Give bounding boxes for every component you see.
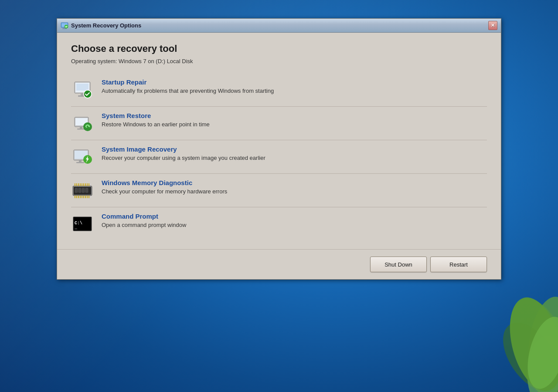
tool-item-startup-repair[interactable]: Startup Repair Automatically fix problem…: [71, 73, 487, 106]
svg-rect-45: [78, 183, 79, 186]
svg-rect-49: [85, 183, 86, 186]
svg-rect-51: [88, 183, 89, 186]
svg-rect-30: [75, 188, 78, 193]
windows-memory-diagnostic-text: Windows Memory Diagnostic Check your com…: [102, 179, 227, 195]
svg-rect-38: [82, 196, 82, 198]
svg-point-21: [83, 122, 92, 131]
shutdown-button[interactable]: Shut Down: [370, 257, 427, 272]
svg-rect-13: [76, 84, 88, 91]
command-prompt-link[interactable]: Command Prompt: [102, 213, 186, 220]
dialog-icon: [61, 22, 68, 30]
tool-item-system-restore[interactable]: System Restore Restore Windows to an ear…: [71, 107, 487, 140]
tool-item-system-image-recovery[interactable]: System Image Recovery Recover your compu…: [71, 140, 487, 173]
bottom-bar: Shut Down Restart: [57, 249, 501, 279]
system-restore-desc: Restore Windows to an earlier point in t…: [102, 121, 210, 128]
svg-rect-19: [80, 127, 82, 128]
svg-rect-37: [80, 196, 81, 198]
dialog-subtitle: Operating system: Windows 7 on (D:) Loca…: [71, 58, 487, 64]
svg-rect-40: [85, 196, 86, 198]
svg-rect-33: [85, 188, 88, 193]
command-prompt-icon: C:\ _: [71, 213, 94, 235]
startup-repair-icon: [71, 78, 94, 101]
svg-point-10: [65, 25, 68, 28]
svg-rect-9: [62, 28, 67, 29]
svg-rect-50: [87, 183, 88, 186]
windows-memory-diagnostic-link[interactable]: Windows Memory Diagnostic: [102, 179, 227, 186]
svg-rect-39: [83, 196, 84, 198]
system-image-recovery-icon: [71, 145, 94, 168]
system-image-recovery-link[interactable]: System Image Recovery: [102, 145, 265, 153]
svg-rect-26: [76, 162, 84, 163]
windows-memory-diagnostic-desc: Check your computer for memory hardware …: [102, 188, 227, 195]
title-bar: System Recovery Options ✕: [57, 19, 501, 33]
svg-rect-36: [78, 196, 79, 198]
plant-decoration: [471, 261, 558, 392]
svg-rect-32: [82, 188, 85, 193]
system-image-recovery-text: System Image Recovery Recover your compu…: [102, 145, 265, 161]
dialog-heading: Choose a recovery tool: [71, 43, 487, 54]
close-button[interactable]: ✕: [488, 21, 497, 30]
restart-button[interactable]: Restart: [430, 257, 487, 272]
tool-item-windows-memory-diagnostic[interactable]: Windows Memory Diagnostic Check your com…: [71, 174, 487, 207]
tool-item-command-prompt[interactable]: C:\ _ Command Prompt Open a command prom…: [71, 207, 487, 240]
svg-rect-35: [76, 196, 77, 198]
startup-repair-text: Startup Repair Automatically fix problem…: [102, 78, 274, 94]
svg-rect-34: [75, 196, 75, 198]
system-restore-icon: [71, 112, 94, 135]
startup-repair-desc: Automatically fix problems that are prev…: [102, 88, 274, 94]
svg-rect-46: [80, 183, 81, 186]
system-restore-link[interactable]: System Restore: [102, 112, 210, 119]
system-restore-text: System Restore Restore Windows to an ear…: [102, 112, 210, 128]
svg-rect-43: [75, 183, 75, 186]
svg-rect-31: [78, 188, 81, 193]
svg-rect-41: [87, 196, 88, 198]
svg-rect-48: [83, 183, 84, 186]
dialog-content: Choose a recovery tool Operating system:…: [57, 33, 501, 249]
windows-memory-diagnostic-icon: [71, 179, 94, 202]
svg-text:_: _: [74, 225, 78, 230]
command-prompt-text: Command Prompt Open a command prompt win…: [102, 213, 186, 228]
svg-rect-25: [79, 160, 82, 162]
command-prompt-desc: Open a command prompt window: [102, 222, 186, 228]
svg-rect-42: [88, 196, 89, 198]
startup-repair-link[interactable]: Startup Repair: [102, 78, 274, 86]
svg-rect-47: [82, 183, 82, 186]
system-recovery-dialog: System Recovery Options ✕ Choose a recov…: [57, 18, 501, 280]
title-bar-text: System Recovery Options: [71, 22, 488, 29]
svg-rect-44: [76, 183, 77, 186]
system-image-recovery-desc: Recover your computer using a system ima…: [102, 155, 265, 161]
